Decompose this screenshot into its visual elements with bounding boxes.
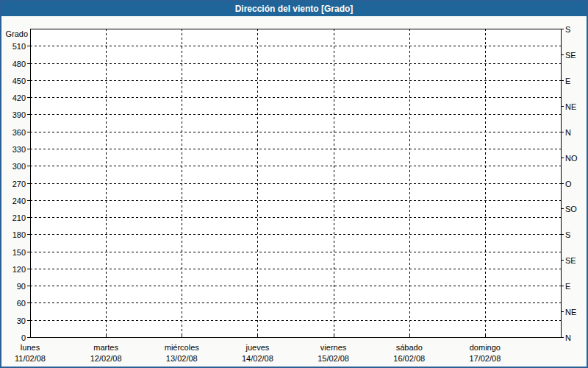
- x-day-name-label: miércoles: [165, 343, 200, 352]
- y-left-tick-label: 510: [12, 42, 26, 51]
- y-right-compass-label: S: [565, 25, 570, 34]
- y-left-tick-label: 420: [12, 93, 26, 102]
- y-left-tick-label: 450: [12, 77, 26, 85]
- y-left-tick-label: 300: [12, 162, 26, 171]
- x-day-name-label: martes: [93, 343, 118, 352]
- y-right-compass-label: SE: [565, 256, 576, 265]
- plot-area: [30, 29, 561, 337]
- x-day-date-label: 15/02/08: [318, 354, 349, 363]
- y-left-tick-label: 120: [12, 265, 26, 274]
- x-day-name-label: sábado: [396, 343, 423, 352]
- wind-direction-chart: 0306090120150180210240270300330360390420…: [1, 16, 587, 367]
- x-day-date-label: 11/02/08: [15, 354, 46, 363]
- y-left-tick-label: 330: [12, 145, 26, 154]
- y-right-compass-label: NE: [565, 102, 576, 111]
- y-axis-unit-label: Grado: [5, 29, 28, 38]
- y-right-compass-label: SO: [565, 205, 577, 213]
- y-right-compass-label: N: [565, 333, 571, 342]
- y-left-tick-label: 60: [17, 299, 26, 308]
- x-day-date-label: 17/02/08: [469, 354, 501, 363]
- x-day-date-label: 14/02/08: [242, 354, 273, 363]
- y-left-tick-label: 150: [12, 248, 26, 257]
- y-right-compass-label: NO: [565, 154, 578, 163]
- wind-direction-chart-window: Dirección del viento [Grado] 03060901201…: [0, 0, 588, 368]
- y-left-tick-label: 90: [17, 282, 26, 291]
- y-left-tick-label: 30: [17, 316, 26, 325]
- y-left-tick-label: 480: [12, 60, 26, 68]
- x-day-name-label: lunes: [21, 343, 40, 352]
- x-day-date-label: 16/02/08: [393, 354, 425, 363]
- x-day-name-label: viernes: [320, 343, 347, 352]
- y-left-tick-label: 180: [12, 230, 26, 239]
- y-right-compass-label: N: [565, 128, 571, 137]
- y-left-tick-label: 360: [12, 128, 26, 137]
- x-day-date-label: 12/02/08: [90, 354, 122, 363]
- y-left-tick-label: 0: [21, 333, 26, 342]
- y-right-compass-label: O: [565, 180, 572, 188]
- y-left-tick-label: 240: [12, 197, 26, 205]
- y-right-compass-label: E: [565, 282, 570, 291]
- y-left-tick-label: 210: [12, 213, 26, 222]
- chart-title-bar: Dirección del viento [Grado]: [1, 1, 587, 16]
- x-day-name-label: domingo: [470, 343, 501, 352]
- y-right-compass-label: E: [565, 77, 570, 85]
- y-right-compass-label: SE: [565, 51, 576, 60]
- y-left-tick-label: 390: [12, 110, 26, 119]
- y-left-tick-label: 270: [12, 180, 26, 188]
- x-day-date-label: 13/02/08: [166, 354, 198, 363]
- x-day-name-label: jueves: [245, 343, 270, 352]
- chart-title: Dirección del viento [Grado]: [235, 4, 354, 14]
- y-right-compass-label: NE: [565, 308, 576, 316]
- y-right-compass-label: S: [565, 230, 570, 239]
